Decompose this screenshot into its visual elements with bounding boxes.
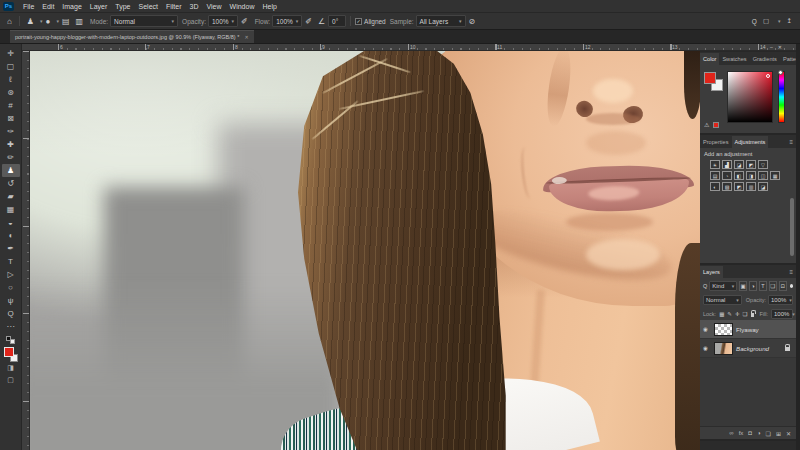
lock-image-pixels-icon[interactable]: ✎ [727, 311, 732, 317]
aligned-checkbox[interactable]: ✓ [355, 18, 362, 25]
tab-properties[interactable]: Properties [700, 136, 732, 148]
opacity-dropdown[interactable]: 100% ▾ [208, 15, 238, 27]
adjustment-vibrance-icon[interactable]: ▽ [758, 160, 768, 169]
layer-opacity-dropdown[interactable]: 100% ▾ [768, 295, 793, 305]
filter-smart-objects-icon[interactable]: ⊡ [779, 281, 787, 291]
saturation-brightness-field[interactable] [727, 71, 773, 123]
add-layer-mask-icon[interactable]: ◘ [748, 430, 752, 436]
tool-crop[interactable]: # [2, 99, 20, 112]
brush-angle-field[interactable]: 0° [328, 15, 346, 27]
adjustment-threshold-icon[interactable]: ◩ [734, 182, 744, 191]
layer-row-background[interactable]: ◉ Background [700, 339, 796, 358]
document-tab[interactable]: portrait-young-happy-blogger-with-modern… [10, 30, 254, 43]
filter-type-layers-icon[interactable]: T [759, 281, 767, 291]
blend-mode-dropdown[interactable]: Normal ▾ [110, 15, 178, 27]
menu-image[interactable]: Image [58, 3, 85, 10]
adjustment-selective-color-icon[interactable]: ◪ [758, 182, 768, 191]
adjustment-channel-mixer-icon[interactable]: ◫ [758, 171, 768, 180]
new-group-icon[interactable]: ❏ [766, 430, 771, 437]
menu-file[interactable]: File [19, 3, 38, 10]
lock-transparent-pixels-icon[interactable]: ▦ [719, 311, 724, 317]
pressure-opacity-icon[interactable]: ✐ [241, 17, 248, 26]
minimize-panel-icon[interactable]: – [770, 44, 773, 50]
tab-swatches[interactable]: Swatches [719, 53, 749, 65]
tab-gradients[interactable]: Gradients [750, 53, 780, 65]
hue-slider[interactable] [778, 71, 785, 123]
tool-blur[interactable]: ◒ [2, 216, 20, 229]
airbrush-icon[interactable]: ✐ [305, 17, 312, 26]
layer-name[interactable]: Background [736, 345, 769, 352]
canvas[interactable] [30, 51, 700, 450]
layer-effects-icon[interactable]: fx [739, 430, 744, 436]
tool-frame[interactable]: ⊠ [2, 112, 20, 125]
brush-tip-icon[interactable]: ● [46, 17, 51, 26]
edit-toolbar-icon[interactable]: ⋯ [2, 320, 20, 333]
new-layer-icon[interactable]: ⊞ [776, 430, 781, 437]
tool-pen[interactable]: ✒ [2, 242, 20, 255]
tool-hand[interactable]: ψ [2, 294, 20, 307]
menu-type[interactable]: Type [111, 3, 134, 10]
tool-preset-stamp-icon[interactable]: ♟ [27, 17, 34, 26]
tool-dodge[interactable]: ◖ [2, 229, 20, 242]
menu-select[interactable]: Select [135, 3, 162, 10]
adjustment-levels-icon[interactable]: ▟ [722, 160, 732, 169]
ruler-vertical[interactable] [22, 51, 30, 450]
layer-thumbnail[interactable] [714, 342, 733, 355]
tab-layers[interactable]: Layers [700, 266, 723, 278]
adjustment-invert-icon[interactable]: ◐ [710, 182, 720, 191]
adjustment-color-balance-icon[interactable]: ◔ [722, 171, 732, 180]
tool-quick-selection[interactable]: ⊛ [2, 86, 20, 99]
layer-blend-mode-dropdown[interactable]: Normal ▾ [703, 295, 742, 305]
layer-visibility-icon[interactable]: ◉ [703, 326, 711, 332]
sample-dropdown[interactable]: All Layers ▾ [416, 15, 466, 27]
menu-3d[interactable]: 3D [186, 3, 203, 10]
menu-view[interactable]: View [203, 3, 226, 10]
home-icon[interactable]: ⌂ [7, 17, 12, 26]
panel-menu-icon[interactable]: ≡ [786, 266, 796, 278]
adjustment-photo-filter-icon[interactable]: ◨ [746, 171, 756, 180]
tool-history-brush[interactable]: ↺ [2, 177, 20, 190]
tab-color[interactable]: Color [700, 53, 719, 65]
foreground-color-swatch[interactable] [704, 72, 716, 84]
filter-pixel-layers-icon[interactable]: ▣ [739, 281, 747, 291]
tool-healing-brush[interactable]: ✚ [2, 138, 20, 151]
tab-adjustments[interactable]: Adjustments [732, 136, 769, 148]
adjustment-hue-saturation-icon[interactable]: ▤ [710, 171, 720, 180]
tool-brush[interactable]: ✏ [2, 151, 20, 164]
tool-shape[interactable]: ○ [2, 281, 20, 294]
brush-settings-panel-icon[interactable]: ▤ [62, 17, 70, 26]
tool-move[interactable]: ✛ [2, 47, 20, 60]
close-tab-icon[interactable]: ✕ [244, 34, 248, 40]
foreground-background-swatches[interactable] [3, 347, 19, 362]
layer-row-flyaway[interactable]: ◉ Flyaway [700, 320, 796, 339]
scrollbar[interactable] [790, 198, 794, 256]
share-icon[interactable]: ↥ [787, 17, 792, 25]
menu-layer[interactable]: Layer [86, 3, 112, 10]
lock-artboard-icon[interactable]: ❏ [743, 311, 748, 317]
delete-layer-icon[interactable]: ✕ [786, 430, 791, 437]
tool-zoom[interactable]: Q [2, 307, 20, 320]
workspace-icon[interactable]: ▢ [763, 17, 769, 25]
menu-filter[interactable]: Filter [162, 3, 186, 10]
brush-tip-caret-icon[interactable]: ▾ [56, 18, 59, 24]
hue-slider-handle[interactable] [778, 70, 783, 75]
adjustment-posterize-icon[interactable]: ▨ [722, 182, 732, 191]
tool-clone-stamp[interactable]: ♟ [2, 164, 20, 177]
adjustment-brightness-contrast-icon[interactable]: ☀ [710, 160, 720, 169]
quick-mask-icon[interactable]: ◨ [2, 362, 20, 374]
tool-preset-caret-icon[interactable]: ▾ [40, 18, 43, 24]
tool-path-selection[interactable]: ▷ [2, 268, 20, 281]
panel-menu-icon[interactable]: ≡ [786, 136, 796, 148]
lock-position-icon[interactable]: ✛ [735, 311, 740, 317]
tool-eyedropper[interactable]: ✑ [2, 125, 20, 138]
tool-gradient[interactable]: ▦ [2, 203, 20, 216]
gamut-swatch[interactable] [713, 122, 719, 128]
layer-name[interactable]: Flyaway [736, 326, 759, 333]
lock-all-icon[interactable] [751, 313, 755, 317]
adjustment-color-lookup-icon[interactable]: ▦ [770, 171, 780, 180]
screen-mode-icon[interactable]: ▢ [2, 374, 20, 386]
menu-help[interactable]: Help [258, 3, 280, 10]
workspace-caret-icon[interactable]: ▾ [778, 18, 781, 24]
adjustment-black-white-icon[interactable]: ◧ [734, 171, 744, 180]
new-adjustment-layer-icon[interactable]: ◑ [757, 430, 761, 436]
